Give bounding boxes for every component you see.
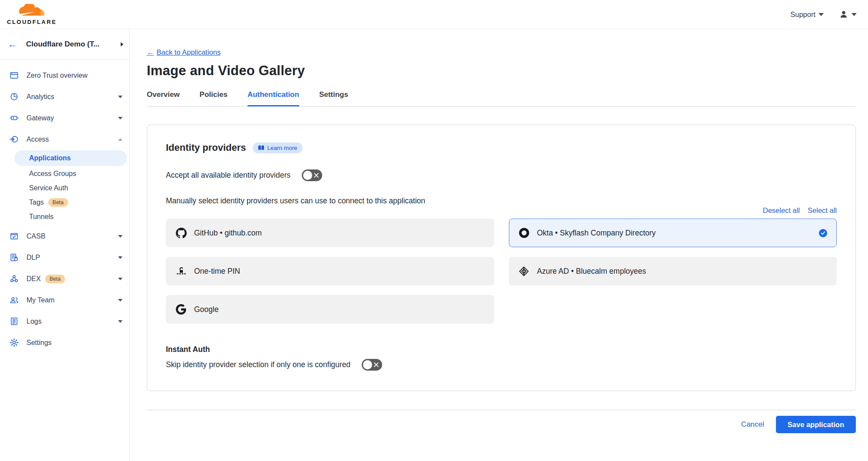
sidebar-item-label: Gateway bbox=[26, 114, 54, 122]
tab-settings[interactable]: Settings bbox=[319, 90, 348, 106]
tab-authentication[interactable]: Authentication bbox=[248, 90, 299, 106]
cloudflare-cloud-icon bbox=[15, 4, 49, 19]
sidebar-nav: Zero Trust overview Analytics bbox=[0, 60, 129, 353]
svg-text:****: **** bbox=[176, 272, 186, 277]
sidebar-item-my-team[interactable]: My Team bbox=[0, 289, 129, 311]
accept-all-toggle-label: Accept all available identity providers bbox=[166, 171, 290, 180]
chevron-down-icon[interactable] bbox=[118, 278, 122, 280]
top-bar: CLOUDFLARE Support bbox=[0, 0, 868, 29]
provider-tile-okta[interactable]: Okta • Skyflash Company Directory bbox=[509, 219, 837, 247]
sidebar-item-label: My Team bbox=[26, 296, 55, 304]
accept-all-toggle[interactable] bbox=[302, 169, 322, 181]
sidebar-item-label: DLP bbox=[26, 254, 40, 262]
chevron-down-icon bbox=[851, 13, 857, 16]
support-label: Support bbox=[790, 10, 815, 19]
chevron-down-icon[interactable] bbox=[118, 320, 122, 323]
chevron-down-icon[interactable] bbox=[118, 117, 122, 119]
tab-overview[interactable]: Overview bbox=[147, 90, 180, 106]
select-all-link[interactable]: Select all bbox=[808, 206, 837, 215]
sidebar-item-label: Tunnels bbox=[29, 213, 53, 221]
provider-tile-github[interactable]: GitHub • github.com bbox=[166, 219, 494, 247]
instant-auth-heading: Instant Auth bbox=[166, 345, 837, 354]
access-subnav: Applications Access Groups Service Auth … bbox=[0, 150, 129, 224]
back-arrow-icon[interactable]: ← bbox=[8, 39, 17, 50]
window-icon bbox=[9, 70, 19, 81]
one-time-pin-icon: **** bbox=[175, 265, 187, 277]
cancel-button[interactable]: Cancel bbox=[741, 420, 764, 429]
skip-toggle-label: Skip identity provider selection if only… bbox=[166, 360, 350, 369]
sidebar-item-label: Analytics bbox=[26, 93, 54, 101]
sidebar-item-tags[interactable]: Tags Beta bbox=[0, 195, 129, 209]
sidebar-item-dex[interactable]: DEX Beta bbox=[0, 268, 129, 289]
chevron-down-icon[interactable] bbox=[118, 256, 122, 259]
sidebar-item-service-auth[interactable]: Service Auth bbox=[0, 181, 129, 195]
chevron-up-icon[interactable] bbox=[118, 138, 122, 141]
user-icon bbox=[838, 9, 849, 20]
provider-tile-google[interactable]: Google bbox=[166, 295, 494, 324]
sidebar-item-label: Logs bbox=[26, 318, 42, 325]
gear-icon bbox=[9, 338, 19, 348]
provider-name: Azure AD • Bluecalm employees bbox=[537, 267, 646, 276]
instant-auth-toggle[interactable] bbox=[362, 359, 382, 371]
sidebar-item-access[interactable]: Access bbox=[0, 129, 129, 150]
selected-check-icon bbox=[819, 229, 827, 237]
account-menu[interactable] bbox=[838, 9, 857, 20]
sidebar-item-label: Settings bbox=[26, 339, 52, 347]
provider-grid: GitHub • github.com Okta • Skyflash Comp… bbox=[166, 219, 837, 324]
provider-name: Okta • Skyflash Company Directory bbox=[537, 229, 656, 238]
toggle-x-icon bbox=[314, 172, 319, 178]
logs-icon bbox=[9, 316, 19, 327]
team-icon bbox=[9, 295, 19, 305]
tab-policies[interactable]: Policies bbox=[200, 90, 228, 106]
page-title: Image and Video Gallery bbox=[147, 63, 856, 79]
sidebar-item-label: Applications bbox=[29, 154, 71, 162]
save-application-button[interactable]: Save application bbox=[776, 416, 856, 433]
sidebar-item-label: Tags bbox=[29, 199, 44, 206]
azure-ad-icon bbox=[518, 265, 530, 277]
chevron-down-icon[interactable] bbox=[118, 299, 122, 302]
sidebar-item-analytics[interactable]: Analytics bbox=[0, 86, 129, 107]
toggle-knob bbox=[363, 360, 372, 369]
account-name[interactable]: Cloudflare Demo (T... bbox=[26, 40, 121, 49]
sidebar-item-logs[interactable]: Logs bbox=[0, 311, 129, 332]
main-content: ← Back to Applications Image and Video G… bbox=[130, 29, 868, 461]
chevron-down-icon[interactable] bbox=[118, 235, 122, 238]
chevron-right-icon[interactable] bbox=[121, 42, 123, 46]
sidebar-item-label: CASB bbox=[26, 232, 46, 240]
back-link-label: Back to Applications bbox=[157, 48, 221, 56]
sidebar-item-dlp[interactable]: DLP bbox=[0, 247, 129, 268]
dlp-icon bbox=[9, 252, 19, 263]
sidebar-item-gateway[interactable]: Gateway bbox=[0, 107, 129, 129]
beta-badge: Beta bbox=[48, 198, 68, 207]
toggle-x-icon bbox=[373, 362, 379, 368]
learn-more-badge[interactable]: Learn more bbox=[253, 143, 303, 153]
provider-name: Google bbox=[194, 305, 218, 314]
back-to-applications-link[interactable]: ← Back to Applications bbox=[147, 48, 221, 56]
sidebar-item-access-groups[interactable]: Access Groups bbox=[0, 166, 129, 181]
sidebar-item-label: Zero Trust overview bbox=[26, 72, 87, 80]
beta-badge: Beta bbox=[45, 275, 65, 283]
sidebar-item-zero-trust-overview[interactable]: Zero Trust overview bbox=[0, 65, 129, 86]
sidebar-item-applications[interactable]: Applications bbox=[14, 150, 127, 166]
sidebar-item-tunnels[interactable]: Tunnels bbox=[0, 209, 129, 224]
sidebar-item-casb[interactable]: CASB bbox=[0, 226, 129, 247]
provider-tile-azure-ad[interactable]: Azure AD • Bluecalm employees bbox=[509, 257, 837, 285]
support-menu[interactable]: Support bbox=[790, 10, 824, 19]
chevron-down-icon bbox=[818, 13, 824, 16]
footer-divider bbox=[147, 410, 856, 410]
book-icon bbox=[258, 145, 264, 151]
sidebar-item-settings[interactable]: Settings bbox=[0, 332, 129, 353]
cloudflare-brand-text: CLOUDFLARE bbox=[7, 19, 57, 25]
provider-tile-one-time-pin[interactable]: **** One-time PIN bbox=[166, 257, 494, 285]
sidebar: ← Cloudflare Demo (T... Zero Trust overv… bbox=[0, 29, 130, 461]
learn-more-label: Learn more bbox=[267, 145, 297, 151]
left-arrow-icon: ← bbox=[147, 48, 154, 56]
tab-bar: Overview Policies Authentication Setting… bbox=[147, 90, 856, 106]
deselect-all-link[interactable]: Deselect all bbox=[763, 206, 800, 215]
github-icon bbox=[175, 227, 187, 239]
dex-icon bbox=[9, 274, 19, 284]
access-icon bbox=[9, 134, 19, 145]
cloudflare-logo: CLOUDFLARE bbox=[7, 4, 57, 25]
toggle-knob bbox=[303, 171, 312, 180]
chevron-down-icon[interactable] bbox=[118, 96, 122, 98]
